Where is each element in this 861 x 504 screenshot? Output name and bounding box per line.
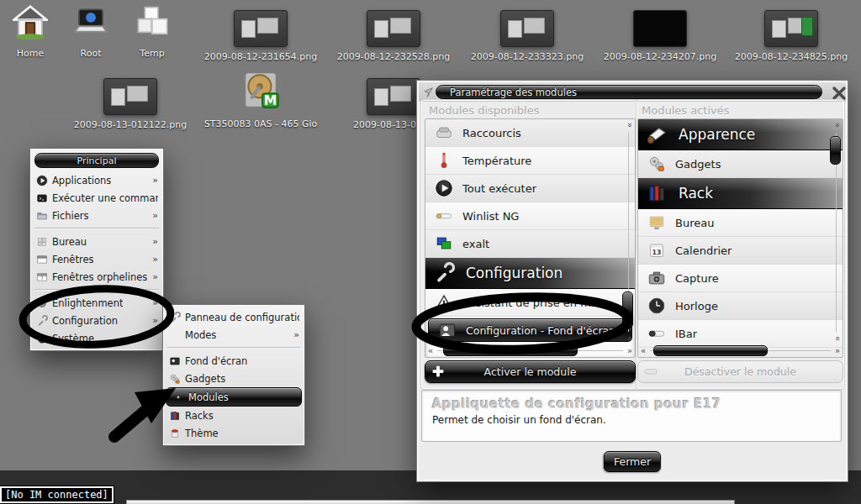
submenu-arrow-icon: » <box>293 329 299 340</box>
vertical-scroll-thumb[interactable] <box>830 136 841 165</box>
desktop-icon-label: Temp <box>140 48 164 59</box>
menu-item-executer-une-commande[interactable]: Exécuter une commande <box>30 189 163 207</box>
menu-item-label: Système <box>52 333 94 344</box>
shelf-edge <box>126 500 735 504</box>
desktop-icon[interactable]: 2009-08-12-234825.png <box>736 10 847 62</box>
submenu-arrow-icon: » <box>152 236 158 247</box>
module-row-label: Gadgets <box>675 158 721 171</box>
module-description-body: Permet de choisir un fond d'écran. <box>432 414 831 426</box>
module-row-label: Calendrier <box>675 244 732 257</box>
menu-item-enlightenment[interactable]: Enlightenment» <box>30 294 163 312</box>
desktop-icon[interactable]: 2009-08-12-233323.png <box>472 10 583 62</box>
close-button[interactable]: Fermer <box>604 451 661 472</box>
desktop-grid-icon <box>35 235 48 248</box>
category-header-apparence[interactable]: Apparence <box>638 119 843 150</box>
module-row-raccourcis[interactable]: Raccourcis <box>425 119 635 147</box>
desktop-icon[interactable]: Temp <box>97 5 208 59</box>
im-status-window: [No IM connected] <box>0 486 114 503</box>
module-row-capture[interactable]: Capture <box>638 265 843 292</box>
menu-item-fond-d-ecran[interactable]: Fond d'écran <box>163 352 304 370</box>
menu-separator <box>167 347 300 349</box>
module-row-calendrier[interactable]: 13Calendrier <box>638 237 843 265</box>
scroll-up-icon[interactable]: « <box>626 123 634 128</box>
menu-item-fenetres-orphelines[interactable]: ?Fenêtres orphelines» <box>30 268 163 286</box>
desktop-icon-label: 2009-08-12-234207.png <box>604 51 716 62</box>
camera-icon <box>647 268 667 288</box>
dialog-title[interactable]: Paramétrage des modules <box>436 85 822 99</box>
module-row-tout-executer[interactable]: Tout exécuter <box>425 175 635 202</box>
scroll-right-icon[interactable]: » <box>835 347 840 355</box>
menu-item-applications[interactable]: Applications» <box>30 171 163 189</box>
close-button-label: Fermer <box>614 455 651 468</box>
submenu-arrow-icon: » <box>152 297 158 308</box>
deactivate-module-label: Désactiver le module <box>684 365 796 378</box>
scroll-down-icon[interactable]: « <box>626 336 634 341</box>
wrench-white-icon <box>432 261 456 285</box>
black-thumb <box>633 10 687 47</box>
module-row-configuration-fond-d-ecran[interactable]: Configuration - Fond d'écran <box>428 318 632 342</box>
configuration-submenu: Panneau de configurationModes»Fond d'écr… <box>162 304 305 446</box>
module-row-label: Raccourcis <box>462 127 521 139</box>
horizontal-scroll-thumb[interactable] <box>443 345 578 356</box>
category-header-label: Configuration <box>466 265 563 281</box>
scroll-up-icon[interactable]: « <box>833 123 842 128</box>
submenu-arrow-icon: » <box>152 210 158 221</box>
wrench-icon <box>168 311 181 323</box>
desktop-icon[interactable]: 2009-08-12-231654.png <box>205 10 316 62</box>
category-header-label: Rack <box>679 185 713 202</box>
module-description-title: Appliquette de configuration pour E17 <box>432 396 831 412</box>
clock-icon <box>647 296 667 316</box>
e-icon <box>35 297 48 309</box>
horizontal-scroll-thumb[interactable] <box>653 345 768 356</box>
bureau-icon <box>647 213 667 233</box>
screenshot-thumb <box>500 10 554 47</box>
run-icon <box>434 178 454 198</box>
menu-item-configuration[interactable]: Configuration» <box>30 312 163 329</box>
scroll-left-icon[interactable]: « <box>641 347 646 355</box>
menu-item-gadgets[interactable]: Gadgets <box>163 370 304 387</box>
module-row-bureau[interactable]: Bureau <box>638 209 843 237</box>
module-row-winlist-ng[interactable]: Winlist NG <box>425 202 635 230</box>
category-header-configuration[interactable]: Configuration <box>425 258 635 289</box>
available-modules-label: Modules disponibles <box>429 104 540 117</box>
dot-icon <box>172 391 184 403</box>
activate-module-button[interactable]: Activer le module <box>425 360 636 383</box>
activate-module-label: Activer le module <box>484 365 577 378</box>
scroll-down-icon[interactable]: « <box>833 336 842 341</box>
scroll-left-icon[interactable]: « <box>428 347 433 355</box>
module-row-gadgets[interactable]: Gadgets <box>638 150 843 178</box>
desktop-icon[interactable]: MST350083 0AS - 465 Gio <box>205 69 316 129</box>
module-row-label: Température <box>462 155 531 167</box>
menu-item-label: Gadgets <box>185 373 225 385</box>
menu-item-modes[interactable]: Modes» <box>163 326 304 344</box>
menu-item-theme[interactable]: Thème <box>163 424 304 442</box>
menu-separator <box>34 228 159 229</box>
system-icon <box>35 332 48 344</box>
menu-item-bureau[interactable]: Bureau» <box>30 233 163 250</box>
racks-icon <box>168 409 181 422</box>
vertical-scroll-thumb[interactable] <box>622 291 633 328</box>
thermometer-icon <box>434 150 454 171</box>
module-row-temperature[interactable]: Température <box>425 147 635 175</box>
scroll-right-icon[interactable]: » <box>627 347 632 355</box>
category-header-rack[interactable]: Rack <box>638 178 843 209</box>
disk-icon <box>434 123 454 143</box>
deactivate-module-button[interactable]: Désactiver le module <box>637 360 843 383</box>
module-row-exalt[interactable]: exalt <box>425 230 635 258</box>
available-modules-list: RaccourcisTempératureTout exécuterWinlis… <box>425 118 636 358</box>
desktop-icon[interactable]: 2009-08-12-234207.png <box>605 10 716 62</box>
menu-item-fenetres[interactable]: Fenêtres» <box>30 250 163 268</box>
desktop-icon-label: 2009-08-13-012122.png <box>74 119 187 130</box>
menu-item-fichiers[interactable]: Fichiers» <box>30 207 163 224</box>
module-row-horloge[interactable]: Horloge <box>638 292 843 320</box>
blank-icon <box>168 328 181 341</box>
module-row-assistant-de-prise-en-main[interactable]: Assistant de prise en main <box>425 289 635 317</box>
desktop-icon[interactable]: 2009-08-12-232528.png <box>338 10 449 62</box>
module-row-ibar[interactable]: IBar <box>638 320 843 348</box>
menu-item-panneau-de-configuration[interactable]: Panneau de configuration <box>163 308 304 326</box>
menu-item-modules[interactable]: Modules <box>166 387 302 407</box>
menu-item-racks[interactable]: Racks <box>163 407 304 424</box>
desktop-icon[interactable]: 2009-08-13-012122.png <box>75 78 186 130</box>
menu-item-systeme[interactable]: Système <box>30 329 163 347</box>
window-icon <box>35 253 48 265</box>
